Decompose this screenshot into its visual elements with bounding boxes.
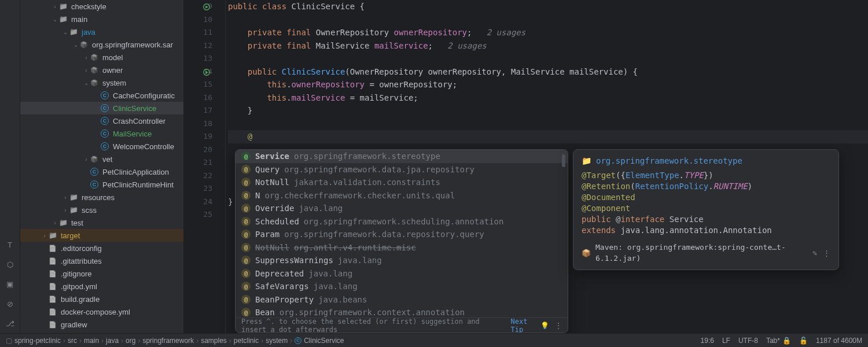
tree-item-java[interactable]: ⌄java [20, 25, 183, 38]
cursor-position[interactable]: 19:6 [701, 337, 714, 345]
completion-item-n[interactable]: @Norg.checkerframework.checker.units.qua… [236, 189, 568, 202]
annotation-badge-icon: @ [241, 282, 251, 291]
line-number: 16 [183, 91, 212, 105]
tree-label: PetClinicRuntimeHint [102, 180, 174, 189]
line-number: 24 [183, 195, 212, 209]
breadcrumb-item[interactable]: src [68, 337, 77, 345]
problems-icon[interactable]: ⊘ [5, 298, 15, 309]
indent-setting[interactable]: Tab* 🔒 [766, 337, 791, 345]
tree-item-petclinicapplication[interactable]: CPetClinicApplication [20, 165, 183, 178]
completion-item-suppresswarnings[interactable]: @SuppressWarningsjava.lang [236, 254, 568, 267]
breadcrumb-separator: › [121, 337, 123, 345]
gutter-run-icon[interactable] [203, 68, 211, 76]
folder-icon [69, 193, 78, 202]
doc-line-5: public @interface Service [582, 214, 830, 225]
breadcrumb-item[interactable]: petclinic [234, 337, 259, 345]
more-icon[interactable]: ⋮ [555, 322, 562, 330]
tree-item-mailservice[interactable]: CMailService [20, 127, 183, 140]
readonly-icon[interactable]: 🔓 [799, 337, 808, 345]
tree-item--gitattributes[interactable]: 📄.gitattributes [20, 254, 183, 267]
breadcrumb-item[interactable]: CClinicService [295, 337, 344, 345]
completion-item-service[interactable]: @Serviceorg.springframework.stereotype [236, 150, 568, 163]
tree-item-cacheconfiguratic[interactable]: CCacheConfiguratic [20, 89, 183, 102]
gutter-run-icon[interactable] [203, 2, 211, 10]
vcs-icon[interactable]: ⎇ [5, 318, 15, 328]
doc-line-2: @Retention(RetentionPolicy.RUNTIME) [582, 181, 830, 192]
breadcrumb-item[interactable]: main [84, 337, 99, 345]
completion-name: Bean [255, 308, 275, 317]
tree-item-build-gradle[interactable]: 📄build.gradle [20, 293, 183, 305]
tree-item-welcomecontrolle[interactable]: CWelcomeControlle [20, 140, 183, 153]
tree-item--gitpod-yml[interactable]: 📄.gitpod.yml [20, 280, 183, 293]
memory-indicator[interactable]: 1187 of 4600M [816, 337, 862, 345]
annotation-badge-icon: @ [241, 269, 251, 278]
chevron-icon: › [83, 54, 90, 61]
breadcrumb-item[interactable]: samples [201, 337, 227, 345]
encoding[interactable]: UTF-8 [738, 337, 758, 345]
completion-item-deprecated[interactable]: @Deprecatedjava.lang [236, 267, 568, 280]
tree-item-petclinicruntimehint[interactable]: CPetClinicRuntimeHint [20, 178, 183, 191]
tree-item-model[interactable]: ›📦model [20, 51, 183, 64]
tree-item-crashcontroller[interactable]: CCrashController [20, 115, 183, 127]
completion-item-bean[interactable]: @Beanorg.springframework.context.annotat… [236, 306, 568, 318]
tree-item--editorconfig[interactable]: 📄.editorconfig [20, 242, 183, 254]
completion-item-query[interactable]: @Queryorg.springframework.data.jpa.repos… [236, 163, 568, 176]
status-bar: ▢spring-petclinic›src›main›java›org›spri… [0, 333, 868, 347]
edit-icon[interactable]: ✎ [812, 248, 817, 259]
breadcrumb-item[interactable]: system [266, 337, 288, 345]
tree-item-gradlew[interactable]: 📄gradlew [20, 318, 183, 331]
line-number: 15 [183, 78, 212, 91]
file-icon: 📄 [48, 243, 57, 253]
line-number: 25 [183, 208, 212, 222]
next-tip-link[interactable]: Next Tip [511, 318, 537, 334]
tree-label: test [71, 219, 83, 227]
breadcrumb-item[interactable]: java [106, 337, 119, 345]
completion-package: jakarta.validation.constraints [294, 178, 440, 187]
breadcrumb-item[interactable]: ▢spring-petclinic [6, 337, 61, 345]
completion-item-beanproperty[interactable]: @BeanPropertyjava.beans [236, 293, 568, 307]
more-icon[interactable]: ⋮ [823, 248, 830, 259]
tree-item-clinicservice[interactable]: CClinicService [20, 102, 183, 115]
tree-item--gitignore[interactable]: 📄.gitignore [20, 267, 183, 280]
completion-item-safevarargs[interactable]: @SafeVarargsjava.lang [236, 280, 568, 293]
popup-scrollbar[interactable] [562, 154, 565, 167]
doc-package[interactable]: org.springframework.stereotype [596, 156, 742, 167]
completion-name: Service [255, 152, 289, 161]
terminal-icon[interactable]: ▣ [5, 279, 15, 289]
completion-item-override[interactable]: @Overridejava.lang [236, 202, 568, 215]
tree-item-test[interactable]: ›test [20, 216, 183, 229]
tree-item-resources[interactable]: ›resources [20, 191, 183, 204]
code-line: @ [228, 130, 868, 143]
completion-package: java.beans [318, 295, 367, 304]
tree-item-checkstyle[interactable]: ›checkstyle [20, 0, 183, 13]
line-separator[interactable]: LF [722, 337, 730, 345]
breadcrumb-separator: › [229, 337, 231, 345]
line-number: 23 [183, 182, 212, 195]
completion-item-notnull[interactable]: @NotNullorg.antlr.v4.runtime.misc [236, 241, 568, 254]
chevron-icon: › [41, 232, 48, 239]
tree-item-scss[interactable]: ›scss [20, 204, 183, 216]
hex-icon[interactable]: ⬡ [5, 259, 15, 270]
tree-item-main[interactable]: ⌄main [20, 13, 183, 25]
chevron-icon: › [52, 3, 58, 10]
breadcrumb-item[interactable]: org [126, 337, 135, 345]
breadcrumb[interactable]: ▢spring-petclinic›src›main›java›org›spri… [6, 337, 344, 345]
tree-item-docker-compose-yml[interactable]: 📄docker-compose.yml [20, 305, 183, 318]
completion-item-scheduled[interactable]: @Scheduledorg.springframework.scheduling… [236, 215, 568, 228]
breadcrumb-item[interactable]: springframework [142, 337, 194, 345]
tree-item-target[interactable]: ›target [20, 229, 183, 242]
tree-item-vet[interactable]: ›📦vet [20, 153, 183, 165]
annotation-badge-icon: @ [241, 152, 251, 161]
line-number: 10 [183, 13, 212, 27]
text-tool-icon[interactable]: T [5, 239, 15, 250]
tree-item-owner[interactable]: ›📦owner [20, 64, 183, 76]
tree-item-org-springframework-sar[interactable]: ⌄📦org.springframework.sar [20, 38, 183, 51]
completion-item-param[interactable]: @Paramorg.springframework.data.repositor… [236, 228, 568, 241]
completion-item-notnull[interactable]: @NotNulljakarta.validation.constraints [236, 176, 568, 189]
doc-line-6: extends java.lang.annotation.Annotation [582, 225, 830, 236]
completion-package: org.springframework.scheduling.annotatio… [304, 217, 504, 226]
line-number: 18 [183, 117, 212, 131]
tree-item-system[interactable]: ⌄📦system [20, 76, 183, 89]
line-number: 14 [183, 65, 212, 79]
code-line: this.ownerRepository = ownerRepository; [228, 78, 868, 91]
